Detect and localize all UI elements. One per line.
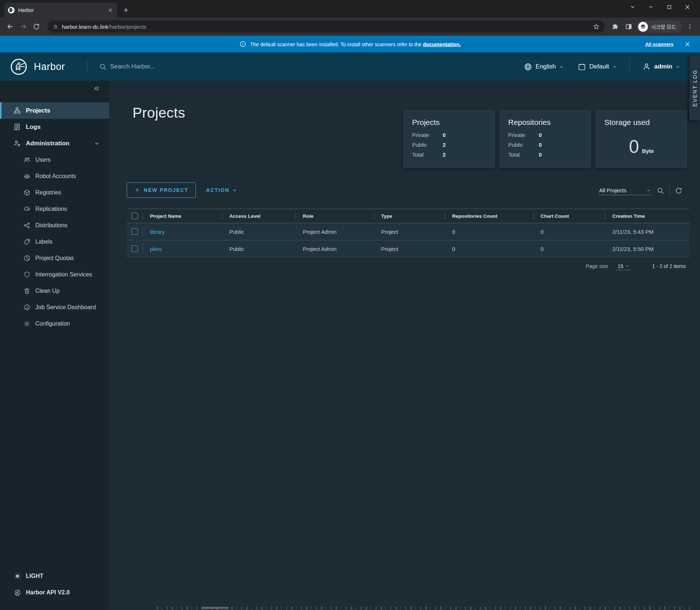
card-row-label: Private — [412, 132, 443, 138]
browser-menu-kebab-icon[interactable] — [685, 21, 695, 32]
info-icon — [239, 41, 246, 48]
window-close-button[interactable] — [683, 2, 692, 12]
side-panel-icon[interactable] — [624, 21, 634, 32]
incognito-badge[interactable]: 시크릿 모드 — [637, 20, 682, 33]
column-header-type[interactable]: Type — [374, 209, 445, 223]
harbor-logo-icon — [10, 58, 27, 75]
sidebar-item-interrogation-services[interactable]: Interrogation Services — [0, 266, 109, 283]
window-minimize-button[interactable] — [646, 2, 656, 12]
sidebar-item-label: Logs — [26, 123, 41, 131]
forward-button[interactable] — [18, 21, 28, 32]
column-header-chart-count[interactable]: Chart Count — [533, 209, 605, 223]
sidebar-item-label: Robot Accounts — [35, 173, 76, 180]
sidebar-item-administration[interactable]: Administration — [0, 135, 109, 151]
dashboard-gauge-icon — [23, 304, 31, 311]
select-all-checkbox[interactable] — [131, 213, 138, 219]
sidebar-item-configuration[interactable]: Configuration — [0, 315, 109, 332]
back-button[interactable] — [5, 21, 15, 32]
column-header-creation-time[interactable]: Creation Time — [605, 209, 689, 223]
sidebar-item-robot-accounts[interactable]: Robot Accounts — [0, 168, 109, 184]
reload-button[interactable] — [31, 21, 41, 32]
harbor-favicon-icon — [8, 7, 15, 13]
browser-tab[interactable]: Harbor — [4, 3, 117, 17]
all-scanners-link[interactable]: All scanners — [645, 42, 673, 47]
row-checkbox[interactable] — [131, 245, 138, 252]
column-header-role[interactable]: Role — [296, 209, 374, 223]
url-path: /harbor/projects — [108, 24, 146, 30]
sidebar-item-label: Labels — [35, 239, 52, 245]
page-size-select[interactable]: 15 — [616, 263, 631, 270]
banner-close-icon[interactable] — [684, 41, 691, 47]
table-row: library Public Project Admin Project 0 0… — [127, 223, 689, 240]
sidebar-item-distributions[interactable]: Distributions — [0, 217, 109, 233]
card-title: Storage used — [604, 118, 679, 127]
theme-toggle-light[interactable]: LIGHT — [0, 568, 109, 584]
card-row-label: Private — [508, 132, 539, 138]
chevron-down-icon — [94, 141, 100, 146]
address-bar[interactable]: harbor.learn-dc.link/harbor/projects — [47, 20, 605, 33]
sidebar-item-label: Configuration — [35, 320, 70, 327]
sidebar-item-registries[interactable]: Registries — [0, 184, 109, 201]
column-header-project-name[interactable]: Project Name — [143, 209, 222, 223]
event-log-tab[interactable]: EVENT LOG — [689, 55, 700, 120]
sidebar-item-users[interactable]: Users — [0, 151, 109, 168]
search-input[interactable] — [110, 63, 220, 71]
project-filter-select[interactable]: All Projects — [598, 186, 652, 195]
action-dropdown-button[interactable]: ACTION — [206, 182, 237, 198]
sidebar-item-labels[interactable]: Labels — [0, 233, 109, 250]
language-dropdown[interactable]: English — [519, 63, 569, 71]
sidebar-collapse-button[interactable] — [93, 85, 100, 92]
extensions-puzzle-icon[interactable] — [610, 21, 621, 32]
project-link[interactable]: pkos — [150, 246, 162, 252]
tab-close-icon[interactable] — [107, 7, 114, 13]
filter-divider — [669, 186, 670, 195]
column-header-access-level[interactable]: Access Level — [222, 209, 296, 223]
sidebar-item-job-service-dashboard[interactable]: Job Service Dashboard — [0, 299, 109, 315]
sidebar-item-label: Interrogation Services — [35, 271, 92, 278]
scanner-banner: The default scanner has been installed. … — [0, 36, 700, 52]
incognito-icon — [638, 22, 648, 32]
projects-table: Project Name Access Level Role Type Repo… — [127, 209, 689, 275]
chart-count-cell: 0 — [533, 229, 605, 235]
robot-icon — [23, 173, 31, 180]
row-checkbox[interactable] — [131, 228, 138, 235]
sidebar-item-logs[interactable]: Logs — [0, 119, 109, 135]
sidebar-item-projects[interactable]: Projects — [0, 102, 109, 119]
action-label: ACTION — [206, 187, 229, 193]
sidebar-item-label: Administration — [26, 140, 70, 147]
theme-dropdown[interactable]: Default — [573, 63, 622, 71]
global-search[interactable] — [99, 63, 220, 71]
harbor-api-link[interactable]: Harbor API V2.0 — [0, 584, 109, 601]
sidebar-item-label: Users — [35, 157, 51, 163]
new-tab-button[interactable] — [122, 7, 130, 14]
bookmark-star-icon[interactable] — [593, 23, 600, 30]
replication-cloud-icon — [23, 205, 31, 213]
project-link[interactable]: library — [150, 229, 165, 235]
refresh-icon[interactable] — [675, 187, 683, 194]
sidebar-item-replications[interactable]: Replications — [0, 201, 109, 217]
incognito-label: 시크릿 모드 — [651, 23, 676, 30]
sidebar-item-label: Job Service Dashboard — [35, 304, 96, 311]
user-menu[interactable]: admin — [637, 62, 685, 71]
tab-search-chevron-icon[interactable] — [628, 2, 637, 12]
new-project-button[interactable]: NEW PROJECT — [127, 182, 196, 198]
table-search-icon[interactable] — [657, 187, 664, 194]
card-row-label: Total — [508, 151, 539, 158]
sidebar-item-clean-up[interactable]: Clean Up — [0, 283, 109, 299]
sidebar-item-project-quotas[interactable]: Project Quotas — [0, 250, 109, 266]
storage-summary-card: Storage used 0 Byte — [596, 110, 687, 168]
documentation-link[interactable]: documentation. — [423, 41, 461, 47]
app-header: Harbor English Default admin — [0, 52, 700, 81]
column-header-repositories-count[interactable]: Repositories Count — [445, 209, 533, 223]
new-project-label: NEW PROJECT — [144, 187, 188, 193]
repositories-count-cell: 0 — [445, 229, 533, 235]
table-footer: Page size 15 1 - 2 of 2 items — [127, 257, 689, 275]
username-label: admin — [654, 63, 672, 70]
projects-icon — [13, 107, 21, 114]
card-row-label: Public — [508, 142, 539, 148]
cube-icon — [23, 189, 31, 196]
window-maximize-button[interactable] — [664, 2, 674, 12]
users-icon — [23, 156, 31, 164]
brand-name: Harbor — [34, 61, 65, 72]
globe-icon — [524, 63, 532, 71]
